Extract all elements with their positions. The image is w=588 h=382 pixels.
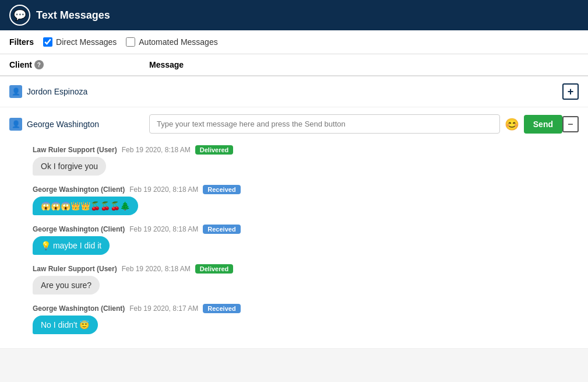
app-title: Text Messages xyxy=(36,9,110,22)
message-time-5: Feb 19 2020, 8:17 AM xyxy=(129,304,198,313)
messages-area: Law Ruler Support (User) Feb 19 2020, 8:… xyxy=(0,141,588,348)
client-row-jordon-espinoza: 👤 Jordon Espinoza + xyxy=(0,76,588,107)
message-bubble-3: 💡 maybe I did it xyxy=(33,236,110,255)
message-block-2: George Washington (Client) Feb 19 2020, … xyxy=(33,185,579,215)
message-meta-3: George Washington (Client) Feb 19 2020, … xyxy=(33,225,579,234)
client-label-george: George Washington xyxy=(27,120,99,129)
message-time-4: Feb 19 2020, 8:18 AM xyxy=(122,265,191,273)
client-name-jordon: 👤 Jordon Espinoza xyxy=(9,85,149,98)
filters-bar: Filters Direct Messages Automated Messag… xyxy=(0,30,588,54)
emoji-button[interactable]: 😊 xyxy=(505,117,519,131)
message-time-3: Feb 19 2020, 8:18 AM xyxy=(129,225,198,233)
client-help-icon[interactable]: ? xyxy=(34,60,44,69)
message-block-1: Law Ruler Support (User) Feb 19 2020, 8:… xyxy=(33,145,579,176)
message-bubble-5: No I didn't 😇 xyxy=(33,316,98,334)
automated-messages-label: Automated Messages xyxy=(139,37,217,47)
client-name-george: 👤 George Washington xyxy=(9,118,149,131)
message-block-3: George Washington (Client) Feb 19 2020, … xyxy=(33,225,579,255)
message-sender-2: George Washington (Client) xyxy=(33,185,125,194)
message-input-row: 😊 Send xyxy=(149,114,562,134)
app-logo: 💬 xyxy=(9,5,30,26)
filters-label: Filters xyxy=(9,37,34,47)
message-badge-1: Delivered xyxy=(195,145,234,155)
message-bubble-4: Are you sure? xyxy=(33,276,100,295)
message-sender-1: Law Ruler Support (User) xyxy=(33,146,117,154)
message-bubble-2: 😱😱😱👑👑🍒🍒🍒🌲 xyxy=(33,197,138,215)
filter-automated-messages[interactable]: Automated Messages xyxy=(126,37,217,47)
send-button[interactable]: Send xyxy=(524,115,562,134)
automated-messages-checkbox[interactable] xyxy=(126,37,135,47)
message-text-input[interactable] xyxy=(149,114,500,134)
message-block-4: Law Ruler Support (User) Feb 19 2020, 8:… xyxy=(33,264,579,295)
direct-messages-label: Direct Messages xyxy=(56,37,117,47)
filter-direct-messages[interactable]: Direct Messages xyxy=(43,37,117,47)
table-header: Client ? Message xyxy=(0,54,588,76)
message-meta-4: Law Ruler Support (User) Feb 19 2020, 8:… xyxy=(33,264,579,274)
message-badge-3: Received xyxy=(203,225,240,234)
collapse-george-button[interactable]: – xyxy=(562,116,579,132)
message-sender-5: George Washington (Client) xyxy=(33,304,125,313)
message-meta-5: George Washington (Client) Feb 19 2020, … xyxy=(33,304,579,313)
client-row-george-washington: 👤 George Washington 😊 Send – Law Ruler S… xyxy=(0,107,588,349)
message-sender-4: Law Ruler Support (User) xyxy=(33,265,117,273)
message-time-1: Feb 19 2020, 8:18 AM xyxy=(122,146,191,154)
col-header-client: Client ? xyxy=(9,60,149,69)
client-avatar-george: 👤 xyxy=(9,118,22,131)
client-label-jordon: Jordon Espinoza xyxy=(27,87,87,96)
col-header-message: Message xyxy=(149,60,579,69)
message-bubble-1: Ok I forgive you xyxy=(33,157,106,176)
message-meta-2: George Washington (Client) Feb 19 2020, … xyxy=(33,185,579,194)
message-block-5: George Washington (Client) Feb 19 2020, … xyxy=(33,304,579,334)
message-meta-1: Law Ruler Support (User) Feb 19 2020, 8:… xyxy=(33,145,579,155)
message-badge-4: Delivered xyxy=(195,264,234,274)
message-badge-2: Received xyxy=(203,185,240,194)
message-badge-5: Received xyxy=(203,304,240,313)
expand-jordon-button[interactable]: + xyxy=(562,83,579,100)
message-time-2: Feb 19 2020, 8:18 AM xyxy=(129,185,198,194)
app-header: 💬 Text Messages xyxy=(0,0,588,30)
client-avatar-jordon: 👤 xyxy=(9,85,22,98)
direct-messages-checkbox[interactable] xyxy=(43,37,52,47)
message-sender-3: George Washington (Client) xyxy=(33,225,125,233)
